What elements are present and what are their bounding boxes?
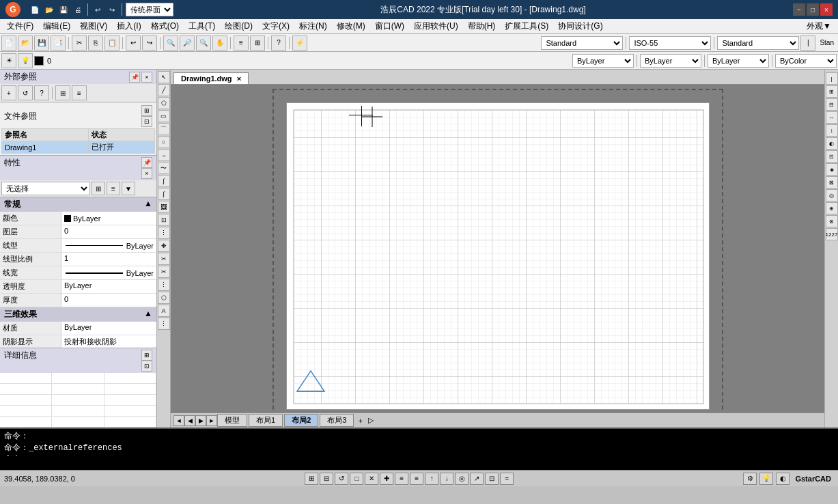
rt-btn1[interactable]: | (826, 72, 838, 85)
menu-window[interactable]: 窗口(W) (371, 19, 408, 33)
tool-text[interactable]: A (158, 305, 170, 317)
st-circle[interactable]: ◎ (455, 473, 469, 485)
tb-right1[interactable]: | (800, 36, 815, 51)
tb-help[interactable]: ? (271, 36, 286, 51)
tab-model[interactable]: 模型 (217, 414, 247, 427)
bycolor-dropdown[interactable]: ByColor (775, 54, 837, 68)
tb-cut[interactable]: ✂ (72, 36, 87, 51)
tb-zoom-out[interactable]: 🔍 (196, 36, 211, 51)
st-up[interactable]: ↑ (425, 473, 438, 485)
tab-nav-next[interactable]: ▶ (195, 415, 206, 426)
rt-btn7[interactable]: ⊡ (826, 150, 838, 163)
tb-paste[interactable]: 📋 (104, 36, 120, 51)
tab-add[interactable]: + (355, 417, 365, 425)
tb2-sun[interactable]: ☀ (1, 53, 16, 68)
tab-nav-next2[interactable]: ► (206, 415, 217, 426)
st-grid2[interactable]: ⊡ (485, 473, 499, 485)
ext-ref-view2[interactable]: ≡ (72, 85, 87, 100)
detail-icon2[interactable]: ⊡ (141, 361, 152, 372)
tool-move[interactable]: ✥ (158, 240, 170, 252)
detail-icon1[interactable]: ⊞ (141, 350, 152, 361)
cmd-input-row[interactable] (0, 456, 838, 470)
tool-pentagon[interactable]: ⬠ (158, 97, 170, 109)
rt-btn8[interactable]: ◈ (826, 163, 838, 176)
tool-rect[interactable]: ▭ (158, 110, 170, 122)
new-icon[interactable]: 📄 (29, 3, 41, 16)
tool-wave[interactable]: 〜 (158, 162, 170, 174)
tb-save2[interactable]: 📑 (51, 36, 66, 51)
prop-layer-value[interactable]: 0 (61, 225, 156, 238)
prop-linewidth-value[interactable]: ByLayer (61, 266, 156, 279)
tool-image[interactable]: 🖼 (158, 201, 170, 213)
tab-nav-prev2[interactable]: ◀ (184, 415, 195, 426)
bylayer-dropdown[interactable]: ByLayer (572, 54, 634, 68)
prop-transparency-value[interactable]: ByLayer (61, 280, 156, 293)
tab-layout2[interactable]: 布局2 (284, 414, 318, 427)
ext-ref-add[interactable]: + (1, 85, 16, 100)
bylayer-dropdown2[interactable]: ByLayer (640, 54, 701, 68)
st-grid[interactable]: ⊞ (305, 473, 318, 485)
tool-clip2[interactable]: ✂ (158, 266, 170, 278)
tool-select[interactable]: ↖ (158, 71, 170, 83)
menu-edit[interactable]: 编辑(E) (39, 19, 74, 33)
tool-clip[interactable]: ✂ (158, 253, 170, 265)
menu-view[interactable]: 视图(V) (76, 19, 111, 33)
canvas-container[interactable] (171, 85, 824, 428)
menu-apps[interactable]: 应用软件(U) (410, 19, 462, 33)
table-row[interactable]: Drawing1 已打开 (2, 141, 155, 154)
open-icon[interactable]: 📂 (43, 3, 55, 16)
menu-collab[interactable]: 协同设计(G) (554, 19, 606, 33)
rt-btn6[interactable]: ◐ (826, 137, 838, 150)
file-ref-icon1[interactable]: ⊞ (141, 105, 152, 116)
tab-nav-prev[interactable]: ◄ (173, 415, 184, 426)
drawing-area[interactable]: Drawing1.dwg × (171, 70, 824, 428)
menu-draw[interactable]: 绘图(D) (221, 19, 257, 33)
props-close[interactable]: × (141, 168, 152, 179)
rt-btn4[interactable]: ↔ (826, 111, 838, 124)
ext-ref-pin[interactable]: 📌 (129, 72, 140, 83)
menu-help[interactable]: 帮助(H) (464, 19, 500, 33)
props-section-3d[interactable]: 三维效果 ▲ (0, 307, 156, 322)
tb-undo[interactable]: ↩ (126, 36, 141, 51)
rt-btn2[interactable]: ⊞ (826, 85, 838, 98)
menu-ext[interactable]: 扩展工具(S) (501, 19, 553, 33)
props-toggle[interactable]: ▼ (122, 182, 135, 195)
tb-redo[interactable]: ↪ (142, 36, 157, 51)
interface-mode-dropdown[interactable]: 传统界面 (126, 3, 173, 16)
st-polar[interactable]: □ (350, 473, 363, 485)
bylayer-dropdown3[interactable]: ByLayer (708, 54, 769, 68)
tool-block[interactable]: ⊡ (158, 214, 170, 226)
standard-dropdown2[interactable]: Standard (717, 36, 799, 50)
tb2-color-sq[interactable] (34, 56, 44, 66)
prop-color-value[interactable]: ByLayer (61, 212, 156, 225)
minimize-button[interactable]: − (793, 3, 805, 16)
tb-open[interactable]: 📂 (18, 36, 33, 51)
props-select-all[interactable]: ⊞ (92, 182, 105, 195)
props-pin[interactable]: 📌 (141, 157, 152, 168)
menu-file[interactable]: 文件(F) (3, 19, 38, 33)
ext-ref-close[interactable]: × (141, 72, 152, 83)
st-lwt[interactable]: ≡ (395, 473, 408, 485)
tool-arc-down[interactable]: ⌣ (158, 149, 170, 161)
prop-thickness-value[interactable]: 0 (61, 294, 156, 307)
props-section-general[interactable]: 常规 ▲ (0, 197, 156, 212)
maximize-button[interactable]: □ (807, 3, 819, 16)
menu-insert[interactable]: 插入(I) (113, 19, 145, 33)
st-down[interactable]: ↓ (440, 473, 453, 485)
ext-ref-refresh[interactable]: ↺ (18, 85, 33, 100)
linetype-dropdown1[interactable]: ISO-55 (629, 36, 711, 50)
rt-btn9[interactable]: ⊠ (826, 176, 838, 188)
tb-zoom-ext[interactable]: 🔍 (163, 36, 178, 51)
tb-layer[interactable]: ≡ (234, 36, 249, 51)
tb-save[interactable]: 💾 (34, 36, 49, 51)
tool-spline[interactable]: ∫ (158, 175, 170, 187)
menu-tools[interactable]: 工具(T) (184, 19, 219, 33)
ext-ref-view1[interactable]: ⊞ (55, 85, 70, 100)
tool-dots2[interactable]: ⋮ (158, 279, 170, 291)
rt-btn5[interactable]: ↕ (826, 124, 838, 137)
tool-circle[interactable]: ○ (158, 136, 170, 148)
drawing-tab-active[interactable]: Drawing1.dwg × (173, 72, 249, 84)
ext-ref-help[interactable]: ? (34, 85, 49, 100)
save-icon[interactable]: 💾 (57, 3, 70, 16)
props-quick-select[interactable]: ≡ (107, 182, 120, 195)
